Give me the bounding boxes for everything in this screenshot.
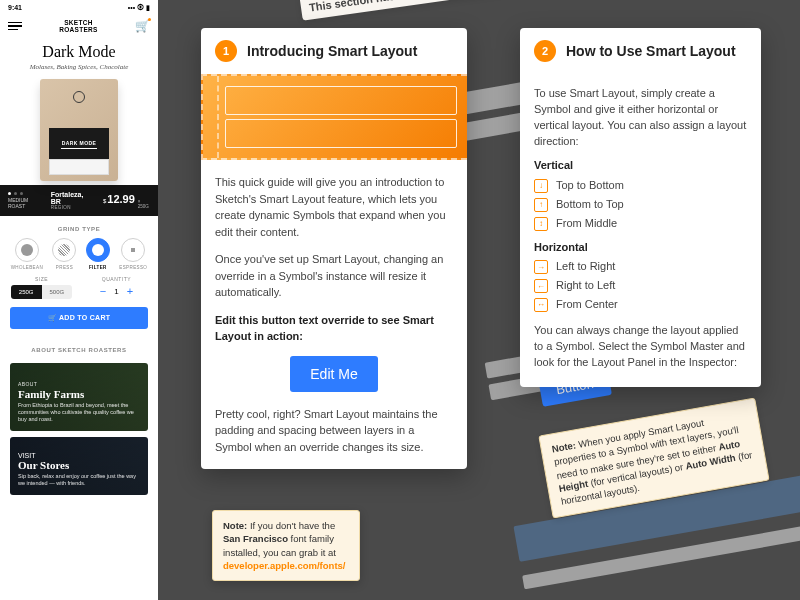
grind-type-header: GRIND TYPE <box>0 226 158 232</box>
tutorial-card-1: 1 Introducing Smart Layout This quick gu… <box>201 28 467 469</box>
arrow-left-icon: ← <box>534 279 548 293</box>
status-bar: 9:41 ••• ⦿ ▮ <box>0 0 158 16</box>
product-subtitle: Molases, Baking Spices, Chocolate <box>0 63 158 71</box>
brand-logo: SKETCHROASTERS <box>59 19 98 33</box>
arrow-vertical-center-icon: ↕ <box>534 217 548 231</box>
size-selector: SIZE 250G500G <box>10 276 73 299</box>
grind-type-selector: WHOLEBEAN PRESS FILTER ESPRESSO <box>0 238 158 270</box>
card2-outro: You can always change the layout applied… <box>534 323 747 371</box>
dir-from-middle: ↕From Middle <box>534 216 747 232</box>
arrow-horizontal-center-icon: ↔ <box>534 298 548 312</box>
card1-p4: Pretty cool, right? Smart Layout maintai… <box>215 406 453 456</box>
card2-intro: To use Smart Layout, simply create a Sym… <box>534 86 747 150</box>
app-header: SKETCHROASTERS 🛒 <box>0 16 158 39</box>
region-info: Fortaleza, BR REGION <box>51 191 93 210</box>
cart-icon[interactable]: 🛒 <box>135 19 150 33</box>
card-title: Introducing Smart Layout <box>247 43 417 59</box>
card1-p3: Edit this button text override to see Sm… <box>215 312 453 345</box>
pager-dots[interactable] <box>8 192 45 195</box>
qty-value: 1 <box>114 287 118 296</box>
family-farms-card[interactable]: ABOUT Family Farms From Ethiopia to Braz… <box>10 363 148 431</box>
arrow-up-icon: ↑ <box>534 198 548 212</box>
our-stores-card[interactable]: VISIT Our Stores Sip back, relax and enj… <box>10 437 148 495</box>
grind-filter[interactable]: FILTER <box>86 238 110 270</box>
qty-minus[interactable]: − <box>100 285 106 297</box>
font-link[interactable]: developer.apple.com/fonts/ <box>223 560 345 571</box>
status-icons: ••• ⦿ ▮ <box>128 4 150 12</box>
qty-plus[interactable]: + <box>127 285 133 297</box>
quantity-selector: QUANTITY −1+ <box>85 276 148 299</box>
step-number-badge: 1 <box>215 40 237 62</box>
menu-icon[interactable] <box>8 22 22 31</box>
product-meta-bar: MEDIUM ROAST Fortaleza, BR REGION $12.99… <box>0 185 158 216</box>
dir-from-center: ↔From Center <box>534 297 747 313</box>
sketch-canvas: This section has Horizontal Layout appli… <box>0 0 800 600</box>
size-250g[interactable]: 250G <box>11 285 42 299</box>
roast-label: MEDIUM ROAST <box>8 197 45 209</box>
size-500g[interactable]: 500G <box>42 285 73 299</box>
product-title: Dark Mode <box>0 43 158 61</box>
about-header: ABOUT SKETCH ROASTERS <box>0 347 158 353</box>
grind-espresso[interactable]: ESPRESSO <box>119 238 147 270</box>
step-number-badge: 2 <box>534 40 556 62</box>
card1-p1: This quick guide will give you an introd… <box>215 174 453 240</box>
dir-left-to-right: →Left to Right <box>534 259 747 275</box>
card1-p2: Once you've set up Smart Layout, changin… <box>215 251 453 301</box>
layout-diagram <box>201 74 467 160</box>
grind-wholebean[interactable]: WHOLEBEAN <box>11 238 43 270</box>
price: $12.99× 250G <box>103 193 150 209</box>
grind-press[interactable]: PRESS <box>52 238 76 270</box>
vertical-heading: Vertical <box>534 158 747 174</box>
dir-bottom-to-top: ↑Bottom to Top <box>534 197 747 213</box>
phone-artboard: 9:41 ••• ⦿ ▮ SKETCHROASTERS 🛒 Dark Mode … <box>0 0 158 600</box>
arrow-right-icon: → <box>534 260 548 274</box>
horizontal-heading: Horizontal <box>534 240 747 256</box>
arrow-down-icon: ↓ <box>534 179 548 193</box>
status-time: 9:41 <box>8 4 22 12</box>
tutorial-card-2: 2 How to Use Smart Layout To use Smart L… <box>520 28 761 387</box>
edit-me-button[interactable]: Edit Me <box>290 356 377 392</box>
add-to-cart-button[interactable]: 🛒 ADD TO CART <box>10 307 148 329</box>
dir-top-to-bottom: ↓Top to Bottom <box>534 178 747 194</box>
dir-right-to-left: ←Right to Left <box>534 278 747 294</box>
product-image: DARK MODE <box>0 79 158 185</box>
card-title: How to Use Smart Layout <box>566 43 736 59</box>
font-note: Note: If you don't have the San Francisc… <box>212 510 360 581</box>
